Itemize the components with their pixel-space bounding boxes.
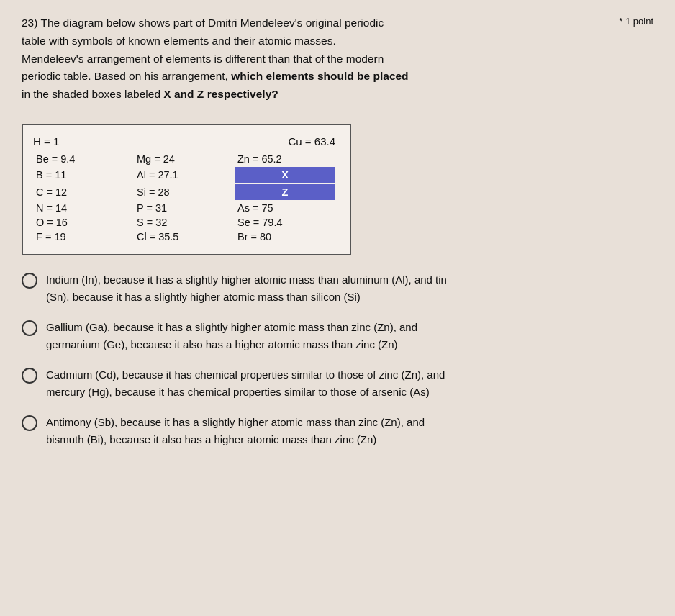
option-c-line2: mercury (Hg), because it has chemical pr… <box>46 386 430 398</box>
table-row-4: N = 14 P = 31 As = 75 <box>33 201 335 215</box>
cell-as: As = 75 <box>235 201 335 215</box>
point-badge: * 1 point <box>619 14 653 27</box>
table-row-6: F = 19 Cl = 35.5 Br = 80 <box>33 230 335 244</box>
cell-c: C = 12 <box>33 184 134 201</box>
question-container: 23) The diagram below shows part of Dmit… <box>22 14 653 448</box>
question-text-line5: in the shaded boxes labeled <box>22 88 160 100</box>
table-header-row: H = 1 Cu = 63.4 <box>33 135 335 148</box>
option-b-line1: Gallium (Ga), because it has a slightly … <box>46 321 417 333</box>
option-b[interactable]: Gallium (Ga), because it has a slightly … <box>22 319 653 353</box>
question-text-line2: table with symbols of known elements and… <box>22 35 336 47</box>
cell-z: Z <box>235 184 335 200</box>
option-d[interactable]: Antimony (Sb), because it has a slightly… <box>22 414 653 448</box>
table-wrapper: H = 1 Cu = 63.4 Be = 9.4 Mg = 24 Zn = 65… <box>33 135 335 244</box>
question-text-line4: periodic table. Based on his arrangement… <box>22 70 228 82</box>
option-b-text: Gallium (Ga), because it has a slightly … <box>46 319 417 353</box>
question-text-line1: The diagram below shows part of Dmitri M… <box>40 17 384 29</box>
option-a-line2: (Sn), because it has a slightly higher a… <box>46 291 361 303</box>
periodic-table: H = 1 Cu = 63.4 Be = 9.4 Mg = 24 Zn = 65… <box>22 124 351 255</box>
option-d-line2: bismuth (Bi), because it also has a high… <box>46 433 376 445</box>
cell-si: Si = 28 <box>134 184 235 201</box>
table-row-2: B = 11 Al = 27.1 X <box>33 166 335 184</box>
option-c[interactable]: Cadmium (Cd), because it has chemical pr… <box>22 366 653 401</box>
table-row-1: Be = 9.4 Mg = 24 Zn = 65.2 <box>33 152 335 166</box>
question-text: 23) The diagram below shows part of Dmit… <box>22 14 612 104</box>
option-d-text: Antimony (Sb), because it has a slightly… <box>46 414 425 448</box>
cell-o: O = 16 <box>33 215 134 230</box>
radio-c[interactable] <box>22 368 37 384</box>
cell-mg: Mg = 24 <box>134 152 235 166</box>
cell-br: Br = 80 <box>235 230 335 244</box>
radio-a[interactable] <box>22 273 37 289</box>
option-d-line1: Antimony (Sb), because it has a slightly… <box>46 416 425 428</box>
option-a-text: Indium (In), because it has a slightly h… <box>46 271 447 306</box>
question-header: 23) The diagram below shows part of Dmit… <box>22 14 653 104</box>
cell-se: Se = 79.4 <box>235 215 335 230</box>
point-label: * 1 point <box>619 16 653 27</box>
option-a-line1: Indium (In), because it has a slightly h… <box>46 273 447 286</box>
option-b-line2: germanium (Ge), because it also has a hi… <box>46 338 398 350</box>
cell-f: F = 19 <box>33 230 134 244</box>
cell-be: Be = 9.4 <box>33 152 134 166</box>
answer-options: Indium (In), because it has a slightly h… <box>22 271 653 448</box>
radio-b[interactable] <box>22 320 37 336</box>
question-number: 23) <box>22 17 37 29</box>
radio-d[interactable] <box>22 415 37 431</box>
option-a[interactable]: Indium (In), because it has a slightly h… <box>22 271 653 306</box>
header-left: H = 1 <box>33 135 59 148</box>
cell-b: B = 11 <box>33 166 134 184</box>
cell-al: Al = 27.1 <box>134 166 235 184</box>
cell-n: N = 14 <box>33 201 134 215</box>
question-text-bold: which elements should be placed <box>231 70 408 82</box>
cell-p: P = 31 <box>134 201 235 215</box>
question-text-line3: Mendeleev's arrangement of elements is d… <box>22 53 384 65</box>
cell-zn: Zn = 65.2 <box>235 152 335 166</box>
option-c-line1: Cadmium (Cd), because it has chemical pr… <box>46 368 445 381</box>
cell-x: X <box>235 167 335 183</box>
cell-cl: Cl = 35.5 <box>134 230 235 244</box>
option-c-text: Cadmium (Cd), because it has chemical pr… <box>46 366 445 401</box>
question-text-bold2: X and Z respectively? <box>163 88 278 100</box>
header-right: Cu = 63.4 <box>188 135 335 148</box>
table-row-5: O = 16 S = 32 Se = 79.4 <box>33 215 335 230</box>
table-row-3: C = 12 Si = 28 Z <box>33 184 335 201</box>
cell-s: S = 32 <box>134 215 235 230</box>
